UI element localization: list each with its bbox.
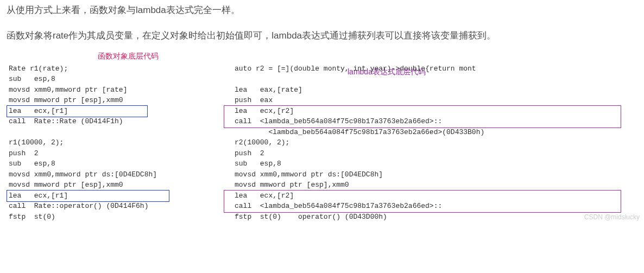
code-line: push 2: [235, 149, 264, 157]
code-line: call Rate::Rate (0D414F1h): [9, 117, 123, 125]
code-line: lea ecx,[r1]: [9, 192, 68, 200]
code-line: lea ecx,[r1]: [9, 107, 68, 115]
code-line: fstp st(0): [9, 213, 55, 221]
code-line: push eax: [235, 96, 273, 104]
code-line: fstp st(0) operator() (0D43D00h): [235, 213, 387, 221]
code-line: Rate r1(rate);: [9, 65, 68, 73]
code-line: movsd mmword ptr [esp],xmm0: [9, 96, 123, 104]
code-line: movsd xmm0,mmword ptr [rate]: [9, 86, 127, 94]
paragraph-2: 函数对象将rate作为其成员变量，在定义对象时给出初始值即可，lambda表达式…: [7, 28, 582, 45]
code-line: call Rate::operator() (0D414F6h): [9, 202, 148, 210]
code-line: movsd xmm0,mmword ptr ds:[0D4EDC8h]: [235, 170, 383, 179]
code-line: sub esp,8: [9, 160, 55, 168]
code-line: sub esp,8: [235, 160, 281, 168]
code-line: push 2: [9, 149, 39, 157]
code-line: <lambda_beb564a084f75c98b17a3763eb2a66ed…: [235, 128, 484, 136]
code-line: auto r2 = [=](double monty, int year)->d…: [235, 65, 476, 73]
code-line: lea ecx,[r2]: [235, 107, 294, 115]
code-line: lea eax,[rate]: [235, 86, 302, 94]
code-line: call <lambda_beb564a084f75c98b17a3763eb2…: [235, 202, 442, 210]
code-line: call <lambda_beb564a084f75c98b17a3763eb2…: [235, 117, 442, 125]
code-line: sub esp,8: [9, 75, 55, 83]
code-line: movsd mmword ptr [esp],xmm0: [235, 181, 349, 189]
code-line: movsd mmword ptr [esp],xmm0: [9, 181, 123, 189]
code-line: lea ecx,[r2]: [235, 192, 294, 200]
code-line: r2(10000, 2);: [235, 138, 289, 147]
code-line: r1(10000, 2);: [9, 138, 64, 147]
code-line: movsd xmm0,mmword ptr ds:[0D4EDC8h]: [9, 170, 157, 179]
watermark-text: CSDN @midslucky: [584, 213, 640, 221]
paragraph-1: 从使用方式上来看，函数对象与lambda表达式完全一样。: [7, 2, 582, 19]
